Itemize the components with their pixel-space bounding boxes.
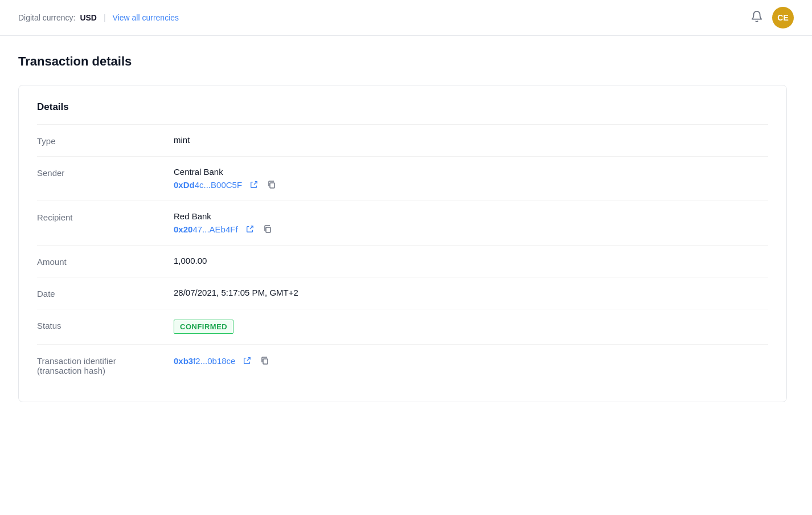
type-value: mint — [174, 135, 768, 145]
app-header: Digital currency: USD | View all currenc… — [0, 0, 812, 36]
recipient-address-link[interactable]: 0x2047...AEb4Ff — [174, 224, 238, 234]
sender-address-bold: 0xDd — [174, 180, 195, 190]
tx-external-link-button[interactable] — [240, 355, 253, 366]
recipient-address-rest: 47...AEb4Ff — [192, 224, 237, 234]
view-all-currencies-link[interactable]: View all currencies — [113, 13, 179, 22]
status-label: Status — [37, 320, 174, 330]
details-card: Details Type mint Sender Central Bank 0x… — [18, 85, 787, 402]
date-row: Date 28/07/2021, 5:17:05 PM, GMT+2 — [37, 277, 768, 309]
type-row: Type mint — [37, 124, 768, 156]
currency-info: Digital currency: USD | View all currenc… — [18, 13, 179, 22]
amount-label: Amount — [37, 256, 174, 267]
recipient-label: Recipient — [37, 211, 174, 222]
date-value: 28/07/2021, 5:17:05 PM, GMT+2 — [174, 288, 768, 297]
sender-address-row: 0xDd4c...B00C5F — [174, 179, 768, 190]
sender-value: Central Bank 0xDd4c...B00C5F — [174, 167, 768, 190]
sender-row: Sender Central Bank 0xDd4c...B00C5F — [37, 156, 768, 201]
svg-rect-5 — [263, 359, 268, 364]
tx-copy-button[interactable] — [258, 355, 272, 366]
svg-line-4 — [247, 358, 250, 361]
amount-row: Amount 1,000.00 — [37, 245, 768, 277]
recipient-row: Recipient Red Bank 0x2047...AEb4Ff — [37, 201, 768, 245]
svg-rect-3 — [266, 227, 270, 232]
page-title: Transaction details — [18, 54, 794, 69]
sender-name: Central Bank — [174, 167, 768, 177]
tx-id-label: Transaction identifier (transaction hash… — [37, 355, 174, 375]
status-row: Status CONFIRMED — [37, 309, 768, 344]
svg-line-2 — [250, 226, 253, 229]
recipient-copy-button[interactable] — [261, 223, 274, 235]
sender-address-rest: 4c...B00C5F — [195, 180, 242, 190]
card-title: Details — [37, 101, 768, 113]
recipient-address-bold: 0x20 — [174, 224, 192, 234]
tx-address-link[interactable]: 0xb3f2...0b18ce — [174, 356, 235, 366]
tx-id-label-text: Transaction identifier (transaction hash… — [37, 356, 116, 375]
digital-currency-label: Digital currency: — [18, 13, 75, 22]
recipient-address-row: 0x2047...AEb4Ff — [174, 223, 768, 235]
sender-copy-button[interactable] — [265, 179, 278, 190]
amount-value: 1,000.00 — [174, 256, 768, 265]
notification-bell-icon[interactable] — [751, 10, 763, 26]
svg-rect-1 — [270, 183, 274, 188]
status-value: CONFIRMED — [174, 320, 768, 334]
header-actions: CE — [751, 7, 794, 28]
tx-id-value: 0xb3f2...0b18ce — [174, 355, 768, 366]
sender-address-link[interactable]: 0xDd4c...B00C5F — [174, 180, 242, 190]
tx-address-row: 0xb3f2...0b18ce — [174, 355, 768, 366]
user-avatar[interactable]: CE — [772, 7, 794, 28]
sender-label: Sender — [37, 167, 174, 178]
tx-address-bold: 0xb3 — [174, 356, 193, 366]
date-label: Date — [37, 288, 174, 299]
recipient-name: Red Bank — [174, 211, 768, 221]
recipient-value: Red Bank 0x2047...AEb4Ff — [174, 211, 768, 235]
type-label: Type — [37, 135, 174, 146]
status-badge: CONFIRMED — [174, 320, 233, 334]
sender-external-link-button[interactable] — [247, 179, 260, 190]
svg-line-0 — [254, 182, 257, 185]
tx-id-row: Transaction identifier (transaction hash… — [37, 344, 768, 386]
header-divider: | — [104, 13, 106, 22]
tx-address-rest: f2...0b18ce — [193, 356, 235, 366]
current-currency: USD — [80, 13, 97, 22]
page-content: Transaction details Details Type mint Se… — [0, 36, 812, 420]
recipient-external-link-button[interactable] — [243, 224, 256, 234]
